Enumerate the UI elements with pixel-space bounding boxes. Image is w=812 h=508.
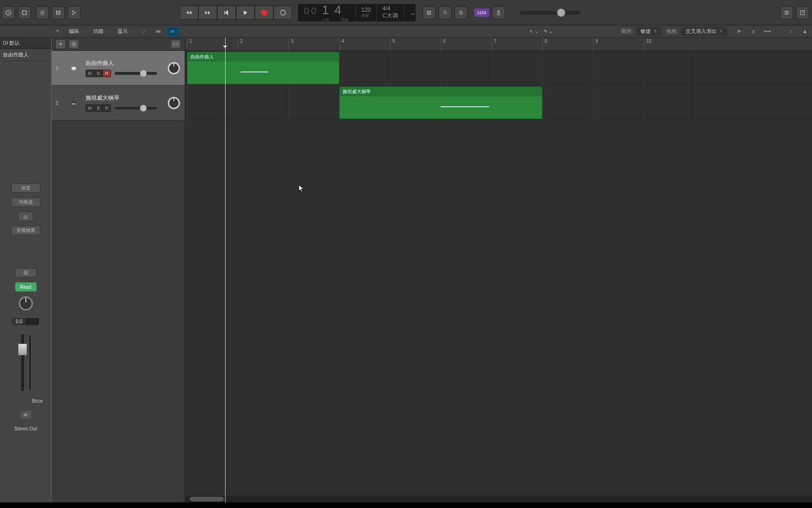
playhead[interactable] [225,38,226,502]
ruler-bar-10[interactable]: 10 [644,38,653,50]
bounce-button[interactable]: Bnce [32,398,43,404]
bar-ruler[interactable]: 12345678910 [185,38,812,51]
marquee-zoom-icon[interactable]: ▲ [799,27,811,36]
replace-icon[interactable] [422,6,436,19]
library-icon[interactable] [18,6,31,19]
autopunch-icon[interactable] [438,6,452,19]
record-button[interactable] [255,6,273,20]
arrange-area[interactable]: 12345678910 自由作曲人 施坦威大钢琴 [185,38,812,502]
duplicate-track-button[interactable] [69,40,79,49]
solo-button[interactable]: S [94,70,102,77]
eq-button[interactable]: 均衡器 [11,198,40,207]
svg-point-16 [71,66,76,69]
top-toolbar: ? 00 1 4 小节 节拍 120 保留 [0,0,812,25]
record-enable-button[interactable]: R [102,104,111,112]
automation-curve-icon[interactable]: ⟋ [138,27,150,36]
ruler-bar-2[interactable]: 2 [238,38,245,50]
mute-button[interactable]: M [86,70,94,77]
solo-mode-icon[interactable]: S [454,6,468,19]
lcd-position-prefix: 00 [304,6,318,16]
volume-fader[interactable] [16,334,35,391]
pencil-tool-icon[interactable]: ✎ ⌄ [542,27,554,36]
ruler-bar-4[interactable]: 4 [339,38,346,50]
master-volume-slider[interactable] [519,11,580,15]
mute-button[interactable]: M [21,411,31,419]
arrow-tool-icon[interactable]: ↖ ⌄ [528,27,540,36]
lcd-tempo[interactable]: 120 [361,7,371,13]
catch-icon[interactable]: ›ı‹ [166,27,179,36]
mixer-icon[interactable] [52,6,65,19]
track-instrument-icon [66,60,82,76]
scissors-icon[interactable] [68,6,81,19]
settings-icon[interactable] [36,6,49,19]
inspector-preset[interactable]: DI 默认 [0,38,51,49]
ruler-bar-7[interactable]: 7 [492,38,499,50]
track-volume-slider[interactable] [115,72,157,75]
note-pad-icon[interactable] [796,6,809,19]
track-header-2[interactable]: 2 施坦威大钢琴 M S R [52,86,185,120]
ruler-bar-5[interactable]: 5 [390,38,397,50]
horizontal-zoom-icon[interactable]: ⟷ [761,27,773,36]
ruler-bar-9[interactable]: 9 [593,38,600,50]
view-menu[interactable]: 显示⌄ [113,28,137,35]
flex-icon[interactable]: ⋈ [152,27,164,36]
pan-value[interactable]: 0.0 [12,318,26,325]
drag-dropdown[interactable]: 交叉渐入渐出⇅ [681,27,727,36]
main-area: DI 默认 自由作曲人 设置 均衡器 ◎ 音频效果 组 Read 0.0 Bnc… [0,38,812,502]
audio-fx-button[interactable]: 音频效果 [11,226,40,235]
region[interactable]: 施坦威大钢琴 [339,87,542,119]
forward-button[interactable] [198,6,217,20]
track-number: 2 [55,100,62,106]
lcd-bar[interactable]: 1 [322,3,330,17]
cycle-button[interactable] [273,6,292,20]
mute-button[interactable]: M [86,104,94,112]
stereo-icon[interactable]: ◎ [18,212,33,221]
region-name: 自由作曲人 [187,52,339,62]
track-lane-1[interactable]: 自由作曲人 [185,51,812,86]
list-icon[interactable] [780,6,793,19]
help-icon[interactable]: ? [2,6,15,19]
meter-peak [26,318,39,325]
horizontal-scrollbar[interactable] [185,496,812,502]
waveform-zoom-icon[interactable]: ⊫ [733,27,745,36]
stop-skip-button[interactable] [217,6,236,20]
count-in-button[interactable]: 1234 [474,8,489,17]
lcd-beat[interactable]: 4 [335,3,343,17]
svg-rect-13 [173,43,178,45]
global-tracks-button[interactable] [171,40,181,49]
track-lane-2[interactable]: 施坦威大钢琴 [185,86,812,120]
inspector-track-name[interactable]: 自由作曲人 [0,49,51,61]
track-name-label: 自由作曲人 [86,59,181,67]
play-button[interactable] [236,6,255,20]
region-name: 施坦威大钢琴 [340,87,542,96]
record-enable-button[interactable]: R [102,70,111,77]
functions-menu[interactable]: 功能⌄ [88,28,113,35]
ruler-bar-1[interactable]: 1 [187,38,194,50]
ruler-bar-3[interactable]: 3 [289,38,296,50]
rewind-button[interactable] [180,6,198,20]
track-pan-knob[interactable] [168,62,180,74]
add-track-button[interactable]: + [55,40,66,49]
pointer-tool-icon[interactable]: ↖ [56,28,60,34]
metronome-icon[interactable] [492,6,505,19]
pan-knob[interactable] [19,296,33,310]
track-header-list: + 1 自由作曲人 M S R 2 施坦威大钢琴 M [52,38,185,502]
automation-read-button[interactable]: Read [15,282,37,292]
ruler-bar-8[interactable]: 8 [542,38,549,50]
zoom-vertical-icon[interactable]: ↕ [785,27,797,36]
ruler-bar-6[interactable]: 6 [441,38,448,50]
track-header-1[interactable]: 1 自由作曲人 M S R [52,51,185,86]
track-pan-knob[interactable] [168,97,180,109]
region[interactable]: 自由作曲人 [187,52,339,84]
solo-button[interactable]: S [94,104,102,112]
settings-button[interactable]: 设置 [11,183,40,193]
group-button[interactable]: 组 [15,268,37,278]
svg-text:?: ? [8,11,9,14]
snap-dropdown[interactable]: 敏捷⇅ [636,27,662,36]
track-volume-slider[interactable] [115,107,157,110]
lcd-key[interactable]: C大调 [383,12,398,20]
edit-menu[interactable]: 编辑⌄ [64,28,88,35]
lcd-signature[interactable]: 4/4 [383,5,398,12]
track-number: 1 [55,65,62,71]
vertical-zoom-icon[interactable]: ⫿ [747,27,759,36]
